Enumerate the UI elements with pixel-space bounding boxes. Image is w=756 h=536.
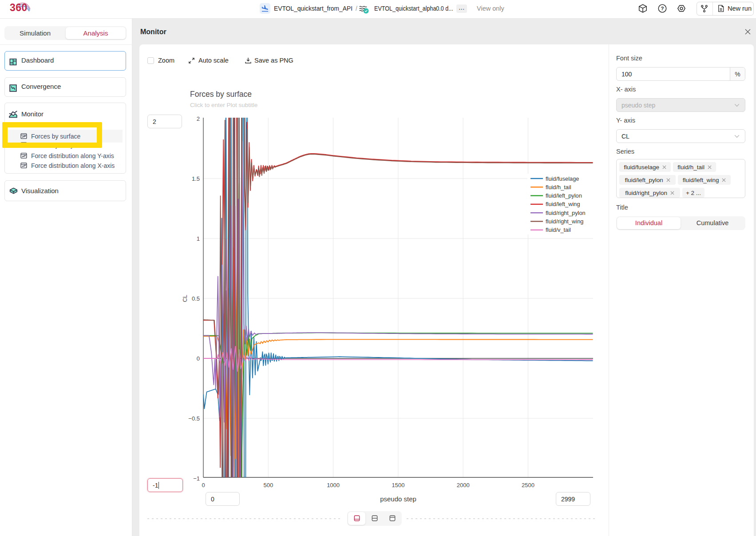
svg-text:2: 2 [197,115,200,122]
svg-text:pseudo step: pseudo step [380,495,416,503]
svg-text:fluid/v_tail: fluid/v_tail [546,226,571,233]
svg-text:Click to enter Plot subtitle: Click to enter Plot subtitle [190,102,257,108]
svg-text:1500: 1500 [392,482,404,488]
svg-text:2500: 2500 [522,482,534,488]
svg-text:−1: −1 [193,475,200,482]
svg-text:fluid/fuselage: fluid/fuselage [546,175,579,182]
svg-text:1: 1 [197,235,200,242]
svg-text:fluid/left_pylon: fluid/left_pylon [546,192,582,199]
svg-text:1.5: 1.5 [192,175,200,182]
svg-text:fluid/right_pylon: fluid/right_pylon [546,210,586,216]
svg-text:2000: 2000 [457,482,470,488]
svg-text:fluid/right_wing: fluid/right_wing [546,218,583,225]
svg-text:fluid/h_tail: fluid/h_tail [546,184,571,191]
svg-text:−0.5: −0.5 [188,415,200,422]
svg-text:500: 500 [263,482,273,488]
svg-text:0: 0 [197,355,200,362]
svg-text:1000: 1000 [327,482,340,488]
svg-text:fluid/left_wing: fluid/left_wing [546,201,580,207]
svg-text:?: ? [661,6,664,11]
svg-text:0.5: 0.5 [192,295,200,302]
svg-text:CL: CL [182,295,188,302]
svg-text:0: 0 [202,482,205,488]
svg-text:Forces by surface: Forces by surface [190,90,252,99]
